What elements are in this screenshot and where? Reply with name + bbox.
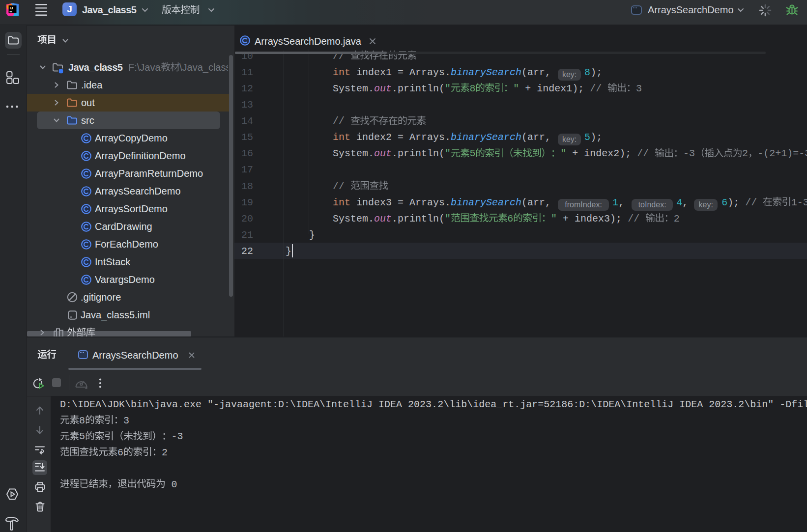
svg-text:IJ: IJ xyxy=(10,6,13,10)
